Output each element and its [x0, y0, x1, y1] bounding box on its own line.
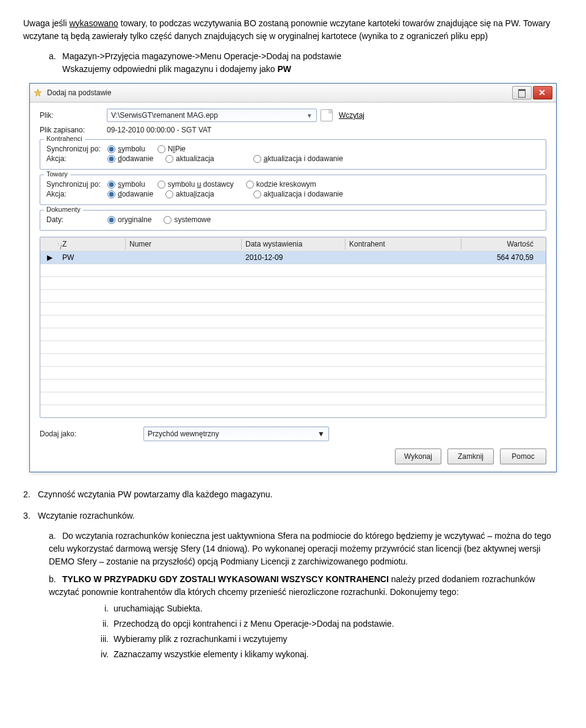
plik-input[interactable]: V:\SerwisGT\remanent MAG.epp ▼ — [107, 109, 317, 122]
window-title: Dodaj na podstawie — [45, 88, 511, 97]
marker-3b: b. — [49, 573, 62, 586]
step-3a: a.Do wczytania rozrachunków konieczna je… — [49, 530, 563, 568]
table-row — [40, 353, 546, 366]
th-kontrahent[interactable]: Kontrahent — [345, 239, 461, 250]
marker-iii: iii. — [93, 633, 114, 646]
step-3b-iv: iv.Zaznaczamy wszystkie elementy i klika… — [93, 648, 563, 661]
radio-d-oryginalne[interactable]: oryginalne — [107, 215, 151, 224]
close-button[interactable] — [533, 86, 552, 99]
file-icon[interactable] — [320, 109, 333, 121]
intro-part1: Uwaga jeśli — [23, 18, 69, 28]
sn-i-text: uruchamiając Subiekta. — [114, 604, 203, 613]
step-3: 3.Wczytanie rozrachunków. a.Do wczytania… — [23, 510, 563, 661]
radio-k-aktdod[interactable]: aktualizacja i dodawanie — [253, 154, 343, 163]
th-marker[interactable] — [40, 243, 59, 245]
table-row — [40, 366, 546, 379]
step-3b-i: i.uruchamiając Subiekta. — [93, 602, 563, 615]
step-3b-iii: iii.Wybieramy plik z rozrachunkami i wcz… — [93, 633, 563, 646]
table-row — [40, 289, 546, 302]
marker-2: 2. — [23, 488, 38, 501]
table-header: Z Numer Data wystawienia Kontrahent Wart… — [40, 237, 546, 251]
legend-kontrahenci: Kontrahenci — [44, 135, 85, 142]
table-row — [40, 405, 546, 417]
marker-3a: a. — [49, 530, 62, 542]
window-icon — [34, 88, 42, 97]
k-dod-post: odawanie — [122, 154, 153, 163]
zamknij-button[interactable]: Zamknij — [447, 449, 494, 464]
cell-z: PW — [59, 252, 126, 263]
radio-t-aktualizacja[interactable]: aktualizacja — [165, 190, 214, 198]
table-row — [40, 276, 546, 289]
cell-kontrahent — [345, 256, 461, 259]
radio-d-systemowe[interactable]: systemowe — [164, 215, 211, 224]
table-row — [40, 264, 546, 276]
k-akt-text: aktualizacja — [176, 154, 214, 163]
radio-t-kodzie[interactable]: kodzie kreskowym — [246, 180, 316, 189]
table-row — [40, 328, 546, 341]
table-row — [40, 379, 546, 392]
step-3b-ii: ii.Przechodzą do opcji kontrahenci i z M… — [93, 618, 563, 630]
step-a-line2: Wskazujemy odpowiedni plik magazynu i do… — [49, 64, 291, 74]
kontrahenci-sync-label: Synchronizuj po: — [46, 145, 107, 153]
zapisano-value: 09-12-2010 00:00:00 - SGT VAT — [107, 126, 211, 134]
th-z[interactable]: Z — [59, 239, 126, 250]
cell-numer — [126, 256, 242, 259]
marker-3: 3. — [23, 510, 38, 522]
radio-k-symbolu[interactable]: ssymboluymbolu — [107, 145, 145, 153]
dodaj-select[interactable]: Przychód wewnętrzny ▼ — [143, 427, 329, 441]
sn-iii-text: Wybieramy plik z rozrachunkami i wczytuj… — [114, 634, 288, 644]
towary-sync-label: Synchronizuj po: — [46, 180, 107, 189]
step-3b: b.TYLKO W PRZYPADKU GDY ZOSTALI WYKASOWA… — [49, 573, 563, 661]
radio-t-symboludost[interactable]: symbolu u dostawcy — [157, 180, 234, 189]
t-kodzie-text: kodzie kreskowym — [256, 180, 316, 189]
k-aktdod-post: ktualizacja i dodawanie — [267, 154, 342, 163]
wczytaj-link[interactable]: Wczytaj — [339, 111, 364, 120]
step-2-text: Czynność wczytania PW powtarzamy dla każ… — [38, 489, 272, 499]
step-3b-bold: TYLKO W PRZYPADKU GDY ZOSTALI WYKASOWANI… — [62, 574, 389, 584]
chevron-down-icon[interactable]: ▼ — [317, 430, 325, 438]
wykonaj-button[interactable]: Wykonaj — [395, 449, 441, 464]
table-row — [40, 302, 546, 315]
radio-t-aktdod[interactable]: aktualizacja i dodawanie — [253, 190, 343, 198]
d-sys-text: systemowe — [174, 215, 211, 224]
dokumenty-daty-label: Daty: — [46, 215, 107, 224]
radio-k-dodawanie[interactable]: dodawanie — [107, 154, 153, 163]
documents-table: Z Numer Data wystawienia Kontrahent Wart… — [40, 237, 546, 418]
radio-t-symbolu[interactable]: symbolu — [107, 180, 145, 189]
row-marker-icon: ▶ — [40, 252, 59, 263]
intro-underline: wykasowano — [69, 18, 118, 28]
marker-i: i. — [93, 602, 114, 615]
sn-iv-text: Zaznaczamy wszystkie elementy i klikamy … — [114, 649, 309, 659]
cell-wartosc: 564 470,59 — [461, 252, 546, 263]
pomoc-button[interactable]: Pomoc — [500, 449, 546, 464]
radio-k-aktualizacja[interactable]: aktualizacja — [165, 154, 214, 163]
step-a-line2b: PW — [278, 64, 292, 74]
th-numer[interactable]: Numer — [126, 239, 242, 250]
chevron-down-icon[interactable]: ▼ — [306, 112, 313, 119]
table-row[interactable]: ▶ PW 2010-12-09 564 470,59 — [40, 251, 546, 264]
kontrahenci-akcja-label: Akcja: — [46, 154, 107, 163]
svg-marker-0 — [34, 89, 42, 96]
marker-a: a. — [49, 50, 62, 63]
th-wartosc[interactable]: Wartość — [461, 239, 546, 250]
legend-towary: Towary — [44, 170, 70, 178]
th-data[interactable]: Data wystawienia — [242, 239, 345, 250]
table-row — [40, 315, 546, 328]
d-oryg-text: oryginalne — [118, 215, 151, 224]
group-towary: Towary Synchronizuj po: symbolu symbolu … — [40, 175, 546, 205]
step-3a-text: Do wczytania rozrachunków konieczna jest… — [49, 531, 551, 566]
radio-k-nipie[interactable]: NIPie — [157, 145, 186, 153]
marker-ii: ii. — [93, 618, 114, 630]
maximize-button[interactable] — [512, 86, 532, 99]
table-row — [40, 341, 546, 353]
step-a-line1: Magazyn->Przyjęcia magazynowe->Menu Oper… — [62, 51, 341, 61]
plik-value: V:\SerwisGT\remanent MAG.epp — [111, 111, 218, 120]
dodaj-label: Dodaj jako: — [40, 430, 143, 438]
dialog-window: Dodaj na podstawie Plik: V:\SerwisGT\rem… — [29, 83, 557, 472]
legend-dokumenty: Dokumenty — [44, 206, 83, 213]
radio-t-dodawanie[interactable]: dodawanie — [107, 190, 153, 198]
table-row — [40, 392, 546, 405]
towary-akcja-label: Akcja: — [46, 190, 107, 198]
zapisano-label: Plik zapisano: — [40, 126, 107, 134]
group-kontrahenci: Kontrahenci Synchronizuj po: ssymboluymb… — [40, 139, 546, 170]
